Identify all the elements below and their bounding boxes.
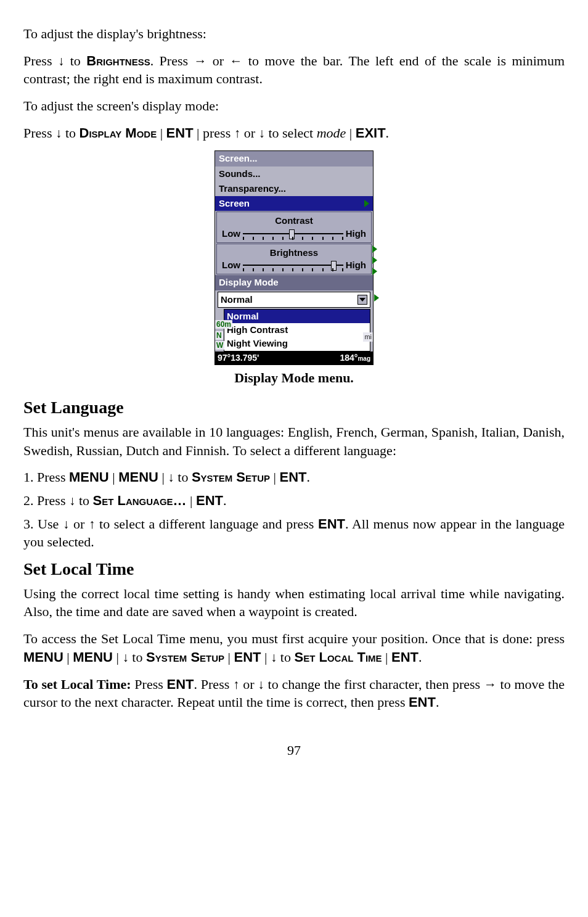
down-arrow-icon: ↓ (58, 54, 64, 68)
key-menu: MENU (69, 469, 109, 485)
section-header-screen: Screen (215, 196, 373, 211)
chevron-down-icon[interactable] (357, 295, 367, 305)
display-mode-value: Normal (221, 294, 253, 306)
step-3: 3. Use ↓ or ↑ to select a different lang… (23, 515, 565, 551)
text: | (157, 125, 166, 141)
text: press (203, 125, 234, 141)
key-menu: MENU (73, 649, 113, 665)
unit-mi: mi (363, 332, 373, 342)
low-label: Low (222, 259, 240, 271)
text: . (386, 125, 390, 141)
section-header-text: Screen (219, 197, 250, 210)
paragraph: To set Local Time: Press ENT. Press ↑ or… (23, 675, 565, 712)
down-arrow-icon: ↓ (258, 677, 264, 691)
paragraph: To adjust the display's brightness: (23, 25, 565, 43)
text: | (63, 649, 73, 665)
text: | (270, 469, 279, 485)
text: | (187, 493, 196, 508)
down-arrow-icon: ↓ (122, 650, 128, 664)
right-arrow-icon: → (194, 54, 206, 68)
up-arrow-icon: ↑ (233, 677, 239, 691)
display-mode-dropdown[interactable]: Normal (218, 292, 370, 308)
paragraph: To access the Set Local Time menu, you m… (23, 630, 565, 666)
text: . (223, 493, 227, 508)
screenshot-figure: Screen... Sounds... Transparency... Scre… (23, 150, 565, 365)
text: . (436, 694, 439, 710)
key-ent: ENT (167, 676, 194, 692)
heading-set-language: Set Language (23, 396, 565, 419)
text: to select a different language and press (95, 516, 318, 532)
paragraph: Press ↓ to Display Mode | ENT | press ↑ … (23, 124, 565, 142)
key-menu: MENU (118, 469, 158, 485)
text: To access the Set Local Time menu, you m… (23, 631, 565, 646)
high-label: High (346, 228, 366, 240)
chevron-right-icon (364, 200, 369, 207)
option-night-viewing[interactable]: Night Viewing (224, 337, 370, 350)
up-arrow-icon: ↑ (89, 517, 95, 531)
text: | (224, 649, 234, 665)
chevron-right-icon (372, 245, 377, 253)
text: to (174, 469, 192, 485)
up-arrow-icon: ↑ (234, 126, 240, 140)
option-high-contrast[interactable]: High Contrast (224, 323, 370, 337)
down-arrow-icon: ↓ (258, 126, 264, 140)
text: 2. Press (23, 493, 69, 508)
contrast-slider[interactable] (243, 231, 343, 237)
text: 3. Use (23, 516, 63, 532)
text: or (69, 516, 89, 532)
key-ent: ENT (166, 125, 194, 141)
text: to (277, 649, 294, 665)
paragraph: This unit's menus are available in 10 la… (23, 423, 565, 459)
low-label: Low (222, 228, 240, 240)
key-menu: MENU (23, 649, 63, 665)
text: | (109, 469, 118, 485)
menu-item-screen[interactable]: Screen... (215, 151, 373, 166)
text: Press (23, 125, 55, 141)
key-exit: EXIT (356, 125, 386, 141)
brightness-slider[interactable] (243, 262, 343, 268)
text: . Press (194, 676, 233, 692)
keyword-brightness: Brightness (86, 53, 150, 68)
chevron-right-icon (374, 294, 379, 302)
brightness-panel: Brightness Low High (216, 244, 372, 275)
chevron-right-icon (372, 268, 377, 275)
mode-placeholder: mode (317, 125, 346, 141)
text: . (419, 649, 422, 665)
bearing-unit: mag (357, 355, 370, 362)
paragraph: Press ↓ to Brightness. Press → or ← to m… (23, 52, 565, 88)
figure-caption: Display Mode menu. (23, 369, 565, 387)
text: | (194, 125, 203, 141)
device-screenshot: Screen... Sounds... Transparency... Scre… (214, 150, 374, 364)
display-mode-header: Display Mode (215, 275, 373, 290)
display-mode-options: Normal High Contrast Night Viewing (224, 309, 370, 352)
text: to (62, 125, 79, 141)
page-number: 97 (23, 741, 565, 760)
keyword-system-setup: System Setup (192, 469, 270, 485)
brightness-label: Brightness (222, 247, 366, 259)
text: | (261, 649, 271, 665)
key-ent: ENT (409, 694, 436, 710)
paragraph: Using the correct local time setting is … (23, 585, 565, 621)
contrast-label: Contrast (222, 215, 366, 227)
step-2: 2. Press ↓ to Set Language… | ENT. (23, 491, 565, 510)
text: 1. Press (23, 469, 69, 485)
badge-n: N (215, 331, 223, 340)
menu-item-sounds[interactable]: Sounds... (215, 167, 373, 181)
contrast-panel: Contrast Low High (216, 212, 372, 243)
text: | (382, 649, 391, 665)
text: to (75, 493, 92, 508)
text: Press (131, 676, 167, 692)
key-ent: ENT (318, 516, 345, 532)
menu-item-transparency[interactable]: Transparency... (215, 181, 373, 196)
text: or (206, 53, 229, 68)
lead-label: To set Local Time: (23, 676, 131, 692)
option-normal[interactable]: Normal (224, 310, 370, 323)
down-arrow-icon: ↓ (271, 650, 277, 664)
high-label: High (346, 259, 366, 271)
down-arrow-icon: ↓ (69, 493, 75, 508)
key-ent: ENT (391, 649, 419, 665)
chevron-right-icon (372, 257, 377, 264)
text: Press (23, 53, 58, 68)
keyword-system-setup: System Setup (146, 649, 224, 665)
keyword-display-mode: Display Mode (80, 125, 157, 141)
